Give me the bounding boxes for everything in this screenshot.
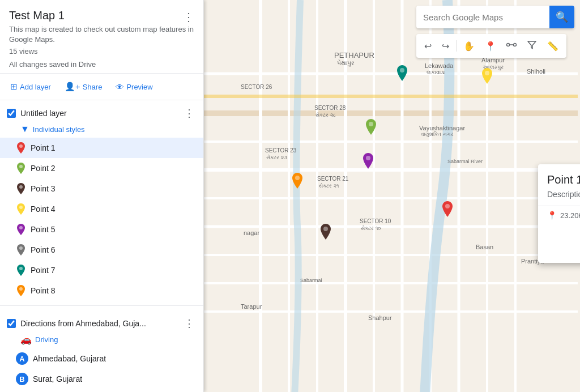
- directions-header: Directions from Ahmedabad, Guja... ⋮: [0, 310, 203, 333]
- point-label-2: Point 2: [31, 164, 56, 173]
- car-icon: 🚗: [20, 334, 32, 345]
- point-label-4: Point 4: [31, 204, 56, 214]
- point-color-icon-5: [16, 223, 26, 236]
- redo-button[interactable]: ↪: [437, 37, 454, 55]
- map-label-9: SECTOR 28: [314, 105, 346, 111]
- map-saved: All changes saved in Drive: [9, 60, 194, 69]
- search-button[interactable]: 🔍: [549, 6, 574, 28]
- point-item-4[interactable]: Point 4: [0, 199, 203, 219]
- map-label-14: સેક્ટર ૨૧: [319, 183, 339, 189]
- point-item-5[interactable]: Point 5: [0, 219, 203, 240]
- add-layer-label: Add layer: [20, 83, 51, 91]
- map-label-3: લકાવાડા: [427, 69, 445, 76]
- point-item-6[interactable]: Point 6: [0, 240, 203, 260]
- add-layer-button[interactable]: ⊞ Add layer: [5, 78, 57, 95]
- point-item-3[interactable]: Point 3: [0, 178, 203, 199]
- preview-button[interactable]: 👁 Preview: [110, 79, 158, 95]
- header-more-button[interactable]: ⋮: [181, 8, 197, 26]
- svg-point-7: [19, 287, 23, 291]
- search-bar: 🔍: [416, 6, 574, 28]
- point-item-7[interactable]: Point 7: [0, 260, 203, 280]
- search-input[interactable]: [416, 6, 549, 28]
- map-roads-svg: [204, 0, 580, 392]
- point-label-5: Point 5: [31, 225, 56, 234]
- svg-point-33: [295, 176, 300, 180]
- waypoint-label-0: Ahmedabad, Gujarat: [33, 354, 106, 363]
- line-draw-icon: [506, 40, 517, 50]
- popup-description: Description: [538, 190, 580, 206]
- map-label-17: SECTOR 10: [360, 218, 391, 224]
- teal-pin[interactable]: [395, 65, 409, 85]
- map-label-6: Shiholi: [527, 68, 545, 75]
- point-color-icon-4: [16, 203, 26, 215]
- share-label: Share: [83, 83, 103, 91]
- map-label-20: Basan: [476, 244, 493, 250]
- point-color-icon-1: [16, 142, 26, 154]
- map-label-10: સેક્ટર ૨૮: [315, 112, 336, 118]
- map-label-11: SECTOR 23: [265, 147, 296, 154]
- map-label-8: SECTOR 26: [241, 84, 272, 90]
- green-drink-pin[interactable]: [364, 118, 378, 139]
- popup-actions-row: [538, 227, 580, 263]
- point-color-icon-8: [16, 284, 26, 297]
- driving-mode-button[interactable]: 🚗 Driving: [0, 333, 65, 348]
- red-pin[interactable]: [441, 201, 454, 221]
- map-label-22: Tarapur: [241, 303, 262, 310]
- point-color-icon-7: [16, 264, 26, 276]
- share-button[interactable]: 👤+ Share: [59, 78, 108, 95]
- map-topbar: 🔍: [416, 6, 574, 28]
- location-pin-icon: 📍: [547, 211, 557, 220]
- svg-point-38: [514, 44, 517, 46]
- map-label-1: પેથાપુર: [337, 59, 355, 67]
- svg-point-1: [19, 165, 23, 168]
- map-label-12: સેક્ટર ૨૩: [266, 155, 287, 161]
- orange-pin[interactable]: [291, 172, 304, 193]
- map-label-24: Sabarmai River: [447, 159, 483, 164]
- svg-point-34: [366, 156, 370, 160]
- ruler-button[interactable]: 📏: [543, 37, 563, 55]
- point-item-2[interactable]: Point 2: [0, 158, 203, 178]
- yellow-pin[interactable]: [480, 67, 494, 88]
- waypoint-item-0[interactable]: AAhmedabad, Gujarat: [0, 348, 203, 369]
- svg-point-0: [19, 144, 23, 148]
- style-filter-icon: ▼: [20, 124, 29, 134]
- waypoint-icon-1: B: [16, 373, 28, 385]
- layer-title: Untitled layer: [20, 109, 182, 118]
- point-color-icon-6: [16, 244, 26, 256]
- layer-section: Untitled layer ⋮ ▼ Individual styles Poi…: [0, 100, 203, 301]
- pan-button[interactable]: ✋: [459, 37, 479, 55]
- layers-icon: ⊞: [10, 82, 18, 92]
- dark-pin[interactable]: [319, 223, 332, 244]
- layer-more-button[interactable]: ⋮: [182, 106, 197, 121]
- purple-pin[interactable]: [361, 152, 375, 173]
- layer-checkbox[interactable]: [7, 109, 16, 118]
- directions-more-button[interactable]: ⋮: [182, 316, 197, 331]
- svg-point-6: [19, 267, 23, 270]
- point-item-1[interactable]: Point 1: [0, 138, 203, 158]
- directions-checkbox[interactable]: [7, 319, 16, 328]
- layer-header: Untitled layer ⋮: [0, 100, 203, 123]
- undo-button[interactable]: ↩: [420, 37, 436, 55]
- filter-icon: [527, 40, 537, 50]
- map-label-15: Vayushaktinagar: [419, 125, 465, 131]
- point-label-3: Point 3: [31, 184, 56, 193]
- map-views: 15 views: [9, 47, 194, 56]
- svg-point-32: [369, 122, 373, 126]
- point-label-1: Point 1: [31, 143, 56, 152]
- map-label-19: nagar: [244, 229, 259, 236]
- waypoint-item-2[interactable]: CBardoli, Gujarat: [0, 389, 203, 392]
- map-label-23: Shahpur: [368, 314, 392, 321]
- map-label-13: SECTOR 21: [317, 176, 348, 182]
- popup-coords-row: 📍 23.20643, 72.70453: [538, 206, 580, 227]
- waypoint-item-1[interactable]: BSurat, Gujarat: [0, 369, 203, 389]
- points-list: Point 1Point 2Point 3Point 4Point 5Point…: [0, 138, 203, 301]
- search-icon: 🔍: [556, 11, 568, 23]
- draw-line-button[interactable]: [502, 36, 521, 56]
- section-divider: [0, 305, 203, 306]
- point-item-8[interactable]: Point 8: [0, 280, 203, 301]
- filter-tool-button[interactable]: [522, 36, 541, 56]
- marker-button[interactable]: 📍: [480, 37, 501, 55]
- waypoint-icon-0: A: [16, 352, 28, 365]
- point-label-6: Point 6: [31, 245, 56, 254]
- individual-styles-button[interactable]: ▼ Individual styles: [0, 123, 92, 138]
